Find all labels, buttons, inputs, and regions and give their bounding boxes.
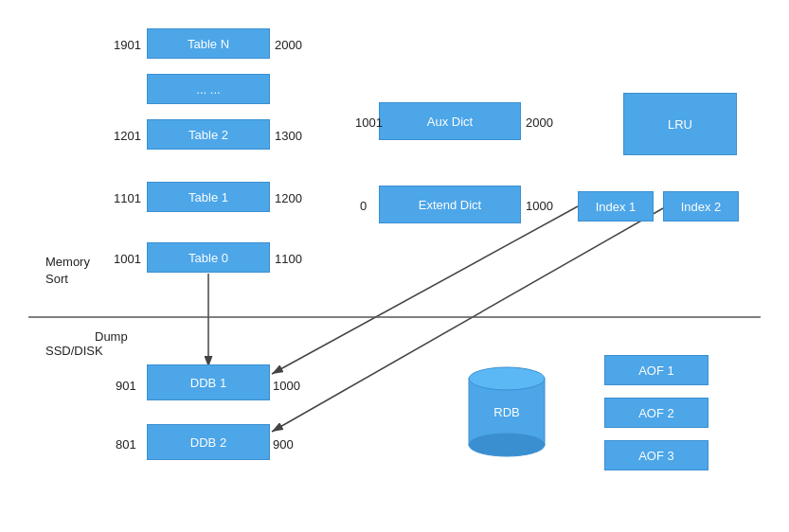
- table-2-box: Table 2: [147, 119, 270, 150]
- svg-point-7: [469, 367, 545, 390]
- ddb-1-box: DDB 1: [147, 364, 270, 400]
- dump-label: Dump: [95, 329, 128, 344]
- ellipsis-label: ... ...: [196, 82, 220, 97]
- label-2000b: 2000: [526, 115, 553, 130]
- svg-point-6: [469, 434, 545, 456]
- rdb-cylinder: RDB: [464, 360, 549, 464]
- svg-line-2: [272, 206, 578, 374]
- aof-3-box: AOF 3: [604, 440, 708, 470]
- svg-text:RDB: RDB: [493, 405, 519, 419]
- label-1101: 1101: [114, 191, 141, 205]
- label-1100: 1100: [275, 252, 302, 266]
- aof-2-box: AOF 2: [604, 398, 708, 428]
- label-1901: 1901: [114, 38, 141, 52]
- label-1300: 1300: [275, 129, 302, 143]
- table-n-label: Table N: [188, 37, 229, 51]
- extend-dict-box: Extend Dict: [379, 186, 521, 223]
- aux-dict-label: Aux Dict: [427, 115, 473, 129]
- ddb-2-label: DDB 2: [190, 435, 226, 450]
- lru-box: LRU: [623, 93, 737, 155]
- label-901: 901: [116, 379, 136, 393]
- index-1-label: Index 1: [596, 200, 637, 214]
- lru-label: LRU: [668, 117, 692, 132]
- diagram: Table N 1901 2000 ... ... Table 2 1201 1…: [0, 0, 789, 532]
- label-1000b: 1000: [273, 379, 300, 393]
- label-900: 900: [273, 437, 294, 452]
- index-1-box: Index 1: [578, 191, 654, 222]
- label-2000a: 2000: [275, 38, 302, 52]
- index-2-label: Index 2: [681, 200, 722, 214]
- ddb-2-box: DDB 2: [147, 424, 270, 460]
- aof-2-label: AOF 2: [638, 406, 674, 420]
- table-0-label: Table 0: [188, 251, 228, 265]
- extend-dict-label: Extend Dict: [419, 198, 481, 212]
- table-n-box: Table N: [147, 28, 270, 59]
- label-1000a: 1000: [526, 199, 553, 213]
- aof-1-label: AOF 1: [638, 364, 674, 378]
- aof-3-label: AOF 3: [638, 449, 674, 463]
- label-1200: 1200: [275, 191, 302, 205]
- ssd-disk-label: SSD/DISK: [45, 344, 103, 358]
- ddb-1-label: DDB 1: [190, 376, 226, 390]
- ellipsis-box: ... ...: [147, 74, 270, 104]
- label-1001b: 1001: [114, 252, 141, 266]
- index-2-box: Index 2: [663, 191, 739, 222]
- table-1-label: Table 1: [188, 190, 228, 204]
- table-0-box: Table 0: [147, 242, 270, 273]
- label-1201: 1201: [114, 129, 141, 143]
- table-2-label: Table 2: [188, 128, 228, 142]
- label-0: 0: [360, 199, 367, 213]
- aof-1-box: AOF 1: [604, 355, 708, 385]
- memory-sort-label: MemorySort: [45, 254, 90, 288]
- aux-dict-box: Aux Dict: [379, 102, 521, 140]
- label-801: 801: [116, 437, 136, 452]
- table-1-box: Table 1: [147, 182, 270, 212]
- label-1001c: 1001: [355, 115, 383, 130]
